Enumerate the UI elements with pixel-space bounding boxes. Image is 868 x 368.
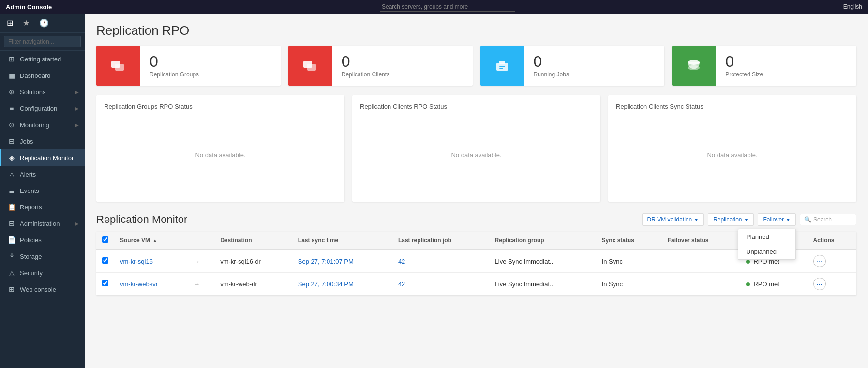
row2-source-vm: vm-kr-websvr bbox=[114, 273, 188, 295]
stat-card-running-jobs[interactable]: 0 Running Jobs bbox=[480, 46, 665, 86]
select-all-checkbox[interactable] bbox=[102, 236, 108, 243]
sidebar-item-getting-started[interactable]: ⊞ Getting started bbox=[0, 51, 85, 67]
row2-sync-time-link[interactable]: Sep 27, 7:00:34 PM bbox=[298, 280, 354, 288]
svg-rect-6 bbox=[499, 66, 505, 67]
failover-filter[interactable]: Failover ▼ bbox=[758, 213, 796, 226]
sidebar-item-solutions[interactable]: ⊕ Solutions ▶ bbox=[0, 84, 85, 100]
row2-direction-icon: → bbox=[194, 280, 200, 288]
row2-rpo-status: RPO met bbox=[740, 273, 808, 295]
row2-checkbox[interactable] bbox=[96, 273, 114, 295]
dr-vm-validation-filter[interactable]: DR VM validation ▼ bbox=[642, 213, 704, 226]
rpo-chart-clients: Replication Clients RPO Status No data a… bbox=[352, 95, 600, 202]
sidebar-item-storage[interactable]: 🗄 Storage bbox=[0, 248, 85, 265]
row1-last-sync-time: Sep 27, 7:01:07 PM bbox=[292, 250, 392, 273]
events-icon: ≣ bbox=[7, 187, 16, 194]
search-icon: 🔍 bbox=[804, 216, 811, 223]
sidebar-item-policies[interactable]: 📄 Policies bbox=[0, 232, 85, 248]
table-row: vm-kr-websvr → vm-kr-web-dr Sep 27, 7:00… bbox=[96, 273, 856, 295]
col-sync-status: Sync status bbox=[596, 232, 662, 250]
protected-size-label: Protected Size bbox=[725, 71, 763, 78]
row2-job-link[interactable]: 42 bbox=[398, 280, 405, 288]
row1-direction-icon: → bbox=[194, 258, 200, 265]
sidebar-item-monitoring[interactable]: ⊙ Monitoring ▶ bbox=[0, 117, 85, 133]
section-actions: DR VM validation ▼ Replication ▼ Failove… bbox=[642, 213, 856, 226]
sidebar-icon-row: ⊞ ★ 🕐 bbox=[0, 14, 85, 33]
row1-sync-time-link[interactable]: Sep 27, 7:01:07 PM bbox=[298, 258, 354, 265]
row1-actions-button[interactable]: ··· bbox=[813, 255, 826, 267]
sidebar-history-icon[interactable]: 🕐 bbox=[37, 17, 51, 29]
row1-select[interactable] bbox=[102, 257, 108, 264]
row2-replication-group: Live Sync Immediat... bbox=[489, 273, 596, 295]
row1-job-link[interactable]: 42 bbox=[398, 258, 405, 265]
sidebar-label-dashboard: Dashboard bbox=[20, 72, 51, 79]
sidebar-item-alerts[interactable]: △ Alerts bbox=[0, 166, 85, 182]
row2-actions[interactable]: ··· bbox=[808, 273, 856, 295]
row2-source-vm-link[interactable]: vm-kr-websvr bbox=[120, 280, 158, 288]
failover-dropdown-menu: Planned Unplanned bbox=[738, 229, 796, 260]
global-search[interactable] bbox=[380, 2, 515, 12]
sidebar-item-jobs[interactable]: ⊟ Jobs bbox=[0, 133, 85, 149]
sidebar-item-replication-monitor[interactable]: ◈ Replication Monitor bbox=[0, 149, 85, 166]
sidebar-item-configuration[interactable]: ≡ Configuration ▶ bbox=[0, 100, 85, 117]
sidebar-filter[interactable] bbox=[0, 33, 85, 51]
stat-cards-row: 0 Replication Groups 0 Replication Clien… bbox=[96, 46, 856, 86]
monitoring-expand-icon: ▶ bbox=[75, 122, 79, 128]
sidebar-filter-input[interactable] bbox=[4, 36, 81, 47]
running-jobs-number: 0 bbox=[534, 54, 569, 69]
row1-actions[interactable]: ··· bbox=[808, 250, 856, 273]
sidebar-item-reports[interactable]: 📋 Reports bbox=[0, 199, 85, 215]
sidebar-grid-icon[interactable]: ⊞ bbox=[5, 17, 15, 29]
row2-actions-button[interactable]: ··· bbox=[813, 278, 826, 290]
stat-card-replication-clients[interactable]: 0 Replication Clients bbox=[288, 46, 473, 86]
row2-last-replication-job: 42 bbox=[392, 273, 489, 295]
sidebar-label-solutions: Solutions bbox=[20, 88, 45, 96]
col-last-sync-time: Last sync time bbox=[292, 232, 392, 250]
rpo-charts-row: Replication Groups RPO Status No data av… bbox=[96, 95, 856, 202]
stat-card-replication-groups[interactable]: 0 Replication Groups bbox=[96, 46, 281, 86]
running-jobs-icon bbox=[480, 46, 524, 86]
replication-filter-label: Replication bbox=[713, 216, 742, 223]
monitor-search-box[interactable]: 🔍 bbox=[800, 214, 856, 225]
row2-rpo-dot bbox=[746, 282, 750, 286]
sidebar-item-dashboard[interactable]: ▦ Dashboard bbox=[0, 67, 85, 84]
monitor-section-title: Replication Monitor bbox=[96, 213, 187, 226]
protected-size-icon bbox=[672, 46, 716, 86]
row2-failover-status bbox=[662, 273, 740, 295]
row2-rpo-label: RPO met bbox=[753, 280, 779, 288]
row2-select[interactable] bbox=[102, 280, 108, 286]
solutions-icon: ⊕ bbox=[7, 88, 16, 96]
col-destination: Destination bbox=[214, 232, 292, 250]
sidebar-label-getting-started: Getting started bbox=[20, 56, 61, 63]
rpo-chart-clients-body: No data available. bbox=[360, 116, 593, 193]
replication-monitor-icon: ◈ bbox=[7, 154, 16, 162]
sidebar-item-security[interactable]: △ Security bbox=[0, 265, 85, 281]
row1-destination: vm-kr-sql16-dr bbox=[214, 250, 292, 273]
replication-filter[interactable]: Replication ▼ bbox=[708, 213, 754, 226]
sidebar-star-icon[interactable]: ★ bbox=[21, 17, 31, 29]
sidebar-item-events[interactable]: ≣ Events bbox=[0, 182, 85, 199]
row1-source-vm-link[interactable]: vm-kr-sql16 bbox=[120, 258, 153, 265]
stat-card-protected-size[interactable]: 0 Protected Size bbox=[672, 46, 856, 86]
rpo-chart-groups-body: No data available. bbox=[104, 116, 337, 193]
running-jobs-label: Running Jobs bbox=[534, 71, 569, 78]
administration-expand-icon: ▶ bbox=[75, 221, 79, 226]
svg-point-9 bbox=[688, 65, 700, 70]
replication-clients-content: 0 Replication Clients bbox=[332, 46, 399, 86]
sidebar-item-administration[interactable]: ⊟ Administration ▶ bbox=[0, 215, 85, 232]
failover-planned-option[interactable]: Planned bbox=[738, 229, 795, 244]
dr-vm-validation-label: DR VM validation bbox=[647, 216, 692, 223]
failover-filter-container: Failover ▼ Planned Unplanned bbox=[758, 213, 796, 226]
col-source-vm[interactable]: Source VM ▲ bbox=[114, 232, 188, 250]
content-area: Replication RPO 0 Replication Groups bbox=[85, 14, 868, 368]
sidebar-item-web-console[interactable]: ⊞ Web console bbox=[0, 281, 85, 297]
language-selector[interactable]: English bbox=[843, 3, 862, 10]
col-arrow bbox=[188, 232, 214, 250]
monitor-search-input[interactable] bbox=[813, 216, 852, 223]
protected-size-content: 0 Protected Size bbox=[716, 46, 773, 86]
failover-unplanned-option[interactable]: Unplanned bbox=[738, 244, 795, 259]
web-console-icon: ⊞ bbox=[7, 285, 16, 293]
configuration-expand-icon: ▶ bbox=[75, 106, 79, 111]
global-search-input[interactable] bbox=[380, 2, 515, 12]
row1-checkbox[interactable] bbox=[96, 250, 114, 273]
monitoring-icon: ⊙ bbox=[7, 121, 16, 129]
